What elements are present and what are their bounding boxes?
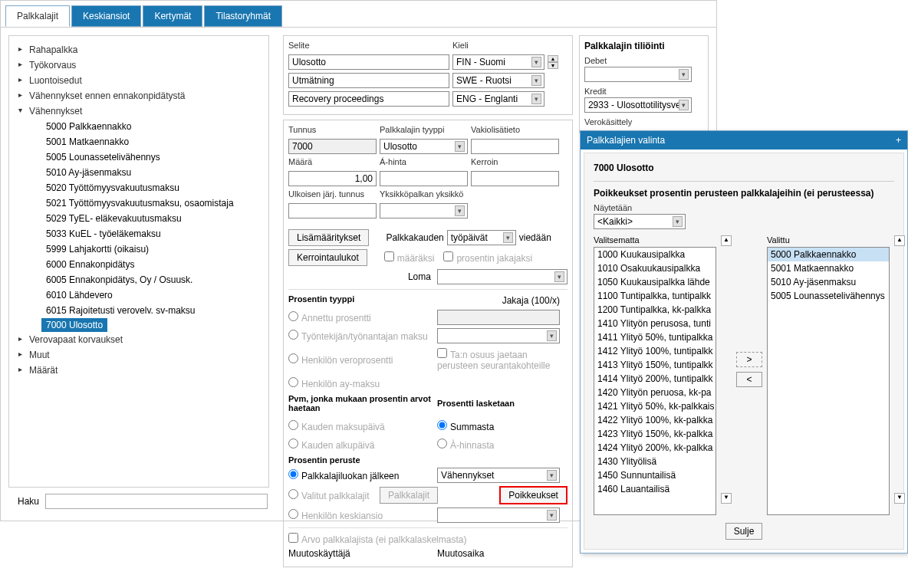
radio-ahinnasta[interactable] [437, 439, 447, 448]
list-item[interactable]: 1411 Ylityö 50%, tuntipalkka [594, 330, 716, 344]
selite-input-1[interactable] [288, 73, 449, 88]
scroll-up-icon[interactable]: ▲ [721, 235, 732, 246]
loma-select[interactable] [437, 269, 568, 284]
tyyppi-select[interactable] [380, 139, 468, 154]
list-item[interactable]: 1050 Kuukausipalkka lähde [594, 275, 716, 289]
yks-select[interactable] [380, 203, 468, 218]
tree-item-selected[interactable]: 7000 Ulosotto [41, 318, 107, 332]
tunnus-input[interactable] [288, 139, 377, 154]
ulk-input[interactable] [288, 203, 377, 218]
kredit-select[interactable] [584, 97, 692, 113]
tab-tilastoryhmat[interactable]: Tilastoryhmät [204, 5, 282, 27]
tree-rahapalkka[interactable]: Rahapalkka [15, 42, 262, 57]
selite-input-0[interactable] [288, 54, 449, 70]
henkkesk-select[interactable] [437, 508, 560, 523]
arvo-check[interactable] [288, 533, 298, 543]
tree-vahennykset-ennen[interactable]: Vähennykset ennen ennakonpidätystä [15, 88, 262, 103]
scroll-down-icon-2[interactable]: ▼ [894, 493, 905, 504]
list-item[interactable]: 1413 Ylityö 150%, tuntipalkk [594, 358, 716, 372]
list-item[interactable]: 5000 Palkkaennakko [768, 248, 889, 261]
move-left-button[interactable]: < [736, 372, 762, 387]
jakaja-input[interactable] [437, 310, 560, 325]
tree-item[interactable]: 5005 Lounassetelivähennys [15, 149, 262, 165]
maara-input[interactable] [288, 171, 377, 186]
radio-tyontek[interactable] [288, 330, 298, 340]
tree-item[interactable]: 5020 Työttömyysvakuutusmaksu [15, 180, 262, 195]
selite-input-2[interactable] [288, 91, 449, 107]
tree-item[interactable]: 5029 TyEL- eläkevakuutusmaksu [15, 211, 262, 226]
tree-item[interactable]: 6015 Rajoitetusti verovelv. sv-maksu [15, 303, 262, 318]
radio-annettu[interactable] [288, 311, 298, 321]
kieli-select-2[interactable] [452, 91, 544, 107]
list-item[interactable]: 1422 Ylityö 100%, kk-palkka [594, 413, 716, 427]
kerrointaulukot-button[interactable]: Kerrointaulukot [288, 249, 367, 266]
list-item[interactable]: 5005 Lounassetelivähennys [768, 289, 889, 303]
vakio-input[interactable] [471, 139, 559, 154]
scroll-down-icon[interactable]: ▼ [721, 493, 732, 504]
tree-item[interactable]: 5033 KuEL - työeläkemaksu [15, 226, 262, 241]
list-item[interactable]: 1000 Kuukausipalkka [594, 248, 716, 261]
tree-tyokorvaus[interactable]: Työkorvaus [15, 57, 262, 73]
tree-item[interactable]: 6005 Ennakonpidätys, Oy / Osuusk. [15, 272, 262, 287]
tree-luontoisedut[interactable]: Luontoisedut [15, 73, 262, 88]
radio-henkay[interactable] [288, 377, 298, 387]
tree-verovapaat[interactable]: Verovapaat korvaukset [15, 332, 262, 347]
poikkeukset-button[interactable]: Poikkeukset [499, 486, 568, 504]
scroll-up-icon-2[interactable]: ▲ [894, 235, 905, 246]
list-item[interactable]: 5010 Ay-jäsenmaksu [768, 275, 889, 289]
prosjak-check[interactable] [443, 251, 453, 261]
right-listbox[interactable]: 5000 Palkkaennakko5001 Matkaennakko5010 … [767, 247, 890, 515]
list-item[interactable]: 1010 Osakuukausipalkka [594, 261, 716, 275]
radio-henkvero[interactable] [288, 353, 298, 363]
palkkalajit-button[interactable]: Palkkalajit [380, 487, 438, 504]
list-item[interactable]: 1200 Tuntipalkka, kk-palkka [594, 303, 716, 317]
tree-maarat[interactable]: Määrät [15, 363, 262, 378]
spinner-up[interactable]: ▲ [548, 55, 558, 62]
tree-vahennykset[interactable]: Vähennykset [15, 103, 262, 119]
peruste-select[interactable] [437, 468, 560, 483]
ahinta-input[interactable] [380, 171, 468, 186]
taosuus-check[interactable] [437, 348, 447, 358]
lisamaaritukset-button[interactable]: Lisämääritykset [288, 229, 369, 246]
maaraksi-check[interactable] [384, 251, 394, 261]
kieli-select-0[interactable] [452, 54, 544, 70]
list-item[interactable]: 1424 Ylityö 200%, kk-palkka [594, 441, 716, 455]
search-input[interactable] [45, 494, 268, 509]
list-item[interactable]: 1414 Ylityö 200%, tuntipalkk [594, 372, 716, 386]
radio-maksup[interactable] [288, 420, 298, 430]
tree-item[interactable]: 5000 Palkkaennakko [15, 119, 262, 134]
tree-muut[interactable]: Muut [15, 347, 262, 363]
tree-item[interactable]: 5010 Ay-jäsenmaksu [15, 165, 262, 180]
radio-palkkaluok[interactable] [288, 469, 298, 479]
spinner-down[interactable]: ▼ [548, 62, 558, 69]
list-item[interactable]: 1410 Ylityön perusosa, tunti [594, 317, 716, 330]
list-item[interactable]: 1412 Ylityö 100%, tuntipalkk [594, 344, 716, 358]
tab-kertymat[interactable]: Kertymät [143, 5, 202, 27]
kerroin-input[interactable] [471, 171, 559, 186]
debet-select[interactable] [584, 67, 692, 82]
left-listbox[interactable]: 1000 Kuukausipalkka1010 Osakuukausipalkk… [594, 247, 716, 515]
list-item[interactable]: 1460 Lauantailisä [594, 482, 716, 496]
palkkakauden-select[interactable] [447, 230, 516, 245]
list-item[interactable]: 1421 Ylityö 50%, kk-palkkais [594, 399, 716, 413]
sulje-button[interactable]: Sulje [725, 523, 763, 540]
tree-item[interactable]: 6010 Lähdevero [15, 287, 262, 303]
tree-item[interactable]: 6000 Ennakonpidätys [15, 257, 262, 272]
tree-item[interactable]: 5999 Lahjakortti (oikaisu) [15, 241, 262, 257]
tab-palkkalajit[interactable]: Palkkalajit [5, 5, 70, 27]
list-item[interactable]: 1420 Ylityön peruosa, kk-pa [594, 386, 716, 399]
radio-summasta[interactable] [437, 420, 447, 430]
list-item[interactable]: 5001 Matkaennakko [768, 261, 889, 275]
tyontek-select[interactable] [437, 328, 560, 343]
radio-henkkesk[interactable] [288, 509, 298, 519]
dialog-plus-icon[interactable]: + [896, 135, 901, 146]
tab-keskiansiot[interactable]: Keskiansiot [71, 5, 141, 27]
list-item[interactable]: 1100 Tuntipalkka, tuntipalkk [594, 289, 716, 303]
kieli-select-1[interactable] [452, 73, 544, 88]
radio-alkup[interactable] [288, 439, 298, 448]
list-item[interactable]: 1423 Ylityö 150%, kk-palkka [594, 427, 716, 441]
tree-item[interactable]: 5001 Matkaennakko [15, 134, 262, 149]
list-item[interactable]: 1430 Ylityölisä [594, 455, 716, 468]
list-item[interactable]: 1450 Sunnuntailisä [594, 468, 716, 482]
move-right-button[interactable]: > [736, 352, 762, 367]
